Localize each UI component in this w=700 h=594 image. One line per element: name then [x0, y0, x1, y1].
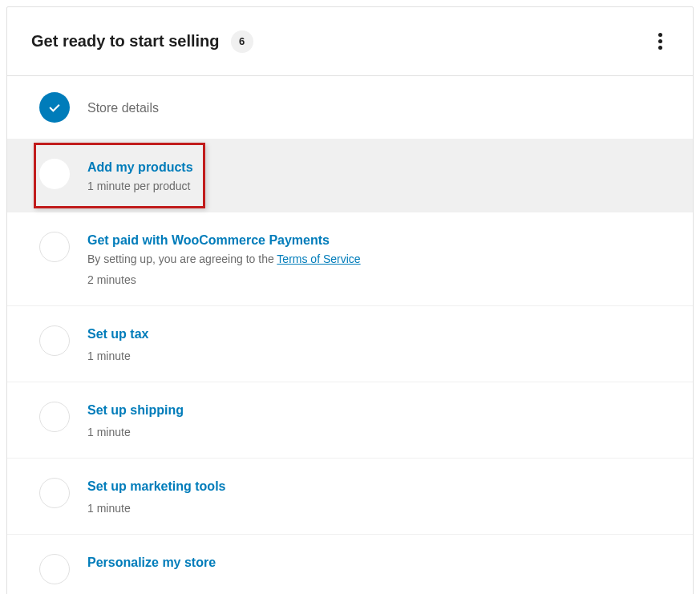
task-item-setup-marketing[interactable]: Set up marketing tools 1 minute — [7, 459, 693, 535]
task-content: Set up tax 1 minute — [87, 325, 148, 362]
task-content: Set up marketing tools 1 minute — [87, 478, 225, 515]
card-header: Get ready to start selling 6 — [7, 7, 693, 76]
task-title[interactable]: Get paid with WooCommerce Payments — [87, 233, 361, 248]
task-time: 1 minute — [87, 350, 148, 362]
terms-of-service-link[interactable]: Terms of Service — [277, 253, 360, 265]
task-title[interactable]: Set up marketing tools — [87, 479, 225, 494]
task-checkbox — [39, 554, 70, 584]
task-item-personalize-store[interactable]: Personalize my store — [7, 535, 693, 594]
task-content: Personalize my store — [87, 554, 216, 570]
task-checkbox — [39, 478, 70, 508]
setup-card: Get ready to start selling 6 Store detai… — [6, 6, 694, 594]
task-count-badge: 6 — [231, 30, 253, 53]
more-options-button[interactable] — [652, 26, 669, 56]
task-title[interactable]: Set up tax — [87, 327, 148, 341]
task-description: 1 minute per product — [87, 180, 193, 192]
task-title[interactable]: Personalize my store — [87, 556, 216, 570]
task-title: Store details — [87, 101, 159, 115]
task-title[interactable]: Set up shipping — [87, 403, 184, 418]
task-item-store-details[interactable]: Store details — [7, 76, 693, 139]
task-item-setup-tax[interactable]: Set up tax 1 minute — [7, 306, 693, 382]
task-content: Add my products 1 minute per product — [87, 159, 193, 192]
task-description: By setting up, you are agreeing to the T… — [87, 253, 361, 265]
task-item-add-products[interactable]: Add my products 1 minute per product — [7, 139, 693, 212]
task-time: 2 minutes — [87, 273, 361, 286]
task-time: 1 minute — [87, 426, 184, 438]
task-checkbox — [39, 159, 70, 189]
task-time: 1 minute — [87, 502, 225, 515]
task-title[interactable]: Add my products — [87, 160, 193, 175]
task-content: Store details — [87, 99, 159, 115]
checkmark-icon — [39, 92, 70, 123]
task-checkbox — [39, 325, 70, 356]
task-content: Set up shipping 1 minute — [87, 402, 184, 438]
more-vertical-icon — [658, 33, 662, 50]
task-list: Store details Add my products 1 minute p… — [7, 76, 693, 594]
card-title: Get ready to start selling — [31, 32, 220, 51]
task-checkbox — [39, 232, 70, 262]
task-item-setup-shipping[interactable]: Set up shipping 1 minute — [7, 382, 693, 459]
task-content: Get paid with WooCommerce Payments By se… — [87, 232, 361, 286]
task-item-get-paid[interactable]: Get paid with WooCommerce Payments By se… — [7, 212, 693, 306]
task-checkbox — [39, 402, 70, 432]
